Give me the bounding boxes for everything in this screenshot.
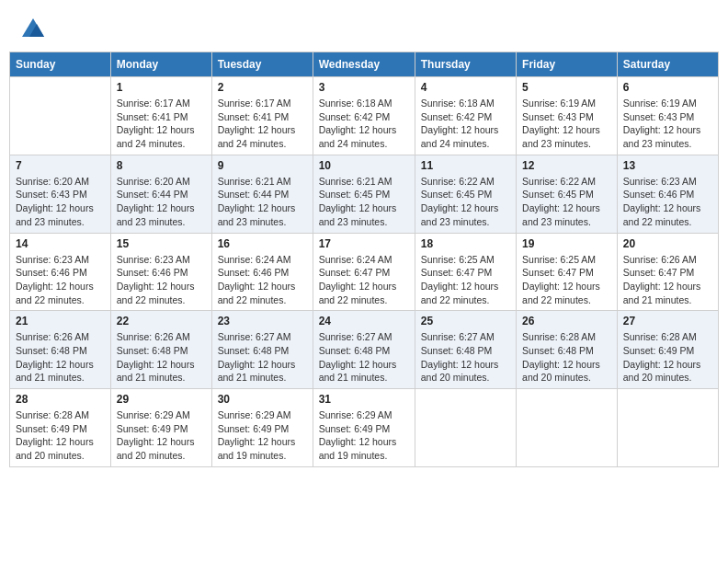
day-info: Sunrise: 6:29 AM Sunset: 6:49 PM Dayligh… (319, 408, 409, 463)
day-number: 11 (421, 159, 510, 172)
calendar-week-4: 21Sunrise: 6:26 AM Sunset: 6:48 PM Dayli… (10, 311, 719, 389)
logo-icon (20, 17, 46, 42)
calendar-cell: 2Sunrise: 6:17 AM Sunset: 6:41 PM Daylig… (211, 77, 313, 155)
calendar-cell: 26Sunrise: 6:28 AM Sunset: 6:48 PM Dayli… (517, 311, 618, 389)
day-info: Sunrise: 6:21 AM Sunset: 6:45 PM Dayligh… (319, 175, 409, 229)
calendar-cell (415, 389, 516, 467)
day-number: 2 (218, 81, 307, 94)
day-number: 20 (623, 237, 712, 250)
header-tuesday: Tuesday (211, 52, 313, 77)
calendar-table: SundayMondayTuesdayWednesdayThursdayFrid… (9, 52, 719, 467)
calendar-cell: 19Sunrise: 6:25 AM Sunset: 6:47 PM Dayli… (517, 233, 618, 311)
day-number: 22 (117, 315, 206, 327)
calendar-cell: 16Sunrise: 6:24 AM Sunset: 6:46 PM Dayli… (211, 233, 313, 311)
calendar-cell: 22Sunrise: 6:26 AM Sunset: 6:48 PM Dayli… (110, 311, 211, 389)
day-number: 28 (16, 393, 105, 406)
day-info: Sunrise: 6:27 AM Sunset: 6:48 PM Dayligh… (421, 330, 510, 385)
calendar-cell: 21Sunrise: 6:26 AM Sunset: 6:48 PM Dayli… (10, 311, 111, 389)
day-info: Sunrise: 6:18 AM Sunset: 6:42 PM Dayligh… (421, 97, 510, 151)
calendar-week-5: 28Sunrise: 6:28 AM Sunset: 6:49 PM Dayli… (10, 389, 719, 467)
day-info: Sunrise: 6:20 AM Sunset: 6:44 PM Dayligh… (117, 175, 206, 229)
day-number: 15 (117, 237, 206, 250)
day-number: 30 (218, 393, 307, 406)
day-number: 5 (522, 81, 611, 94)
day-info: Sunrise: 6:28 AM Sunset: 6:48 PM Dayligh… (522, 330, 611, 385)
day-number: 1 (117, 81, 206, 94)
day-number: 3 (319, 81, 409, 94)
day-number: 24 (319, 315, 409, 327)
day-info: Sunrise: 6:23 AM Sunset: 6:46 PM Dayligh… (117, 253, 206, 307)
day-info: Sunrise: 6:24 AM Sunset: 6:46 PM Dayligh… (218, 253, 307, 307)
day-info: Sunrise: 6:22 AM Sunset: 6:45 PM Dayligh… (522, 175, 611, 229)
calendar-cell: 13Sunrise: 6:23 AM Sunset: 6:46 PM Dayli… (617, 155, 718, 233)
calendar-cell: 18Sunrise: 6:25 AM Sunset: 6:47 PM Dayli… (415, 233, 516, 311)
calendar-week-3: 14Sunrise: 6:23 AM Sunset: 6:46 PM Dayli… (10, 233, 719, 311)
day-number: 6 (623, 81, 712, 94)
day-number: 19 (522, 237, 611, 250)
header-saturday: Saturday (617, 52, 718, 77)
day-number: 4 (421, 81, 510, 94)
day-number: 23 (218, 315, 307, 327)
calendar-cell: 15Sunrise: 6:23 AM Sunset: 6:46 PM Dayli… (110, 233, 211, 311)
day-number: 16 (218, 237, 307, 250)
day-number: 17 (319, 237, 409, 250)
day-info: Sunrise: 6:17 AM Sunset: 6:41 PM Dayligh… (218, 97, 307, 151)
day-number: 8 (117, 159, 206, 172)
calendar-cell: 30Sunrise: 6:29 AM Sunset: 6:49 PM Dayli… (211, 389, 313, 467)
page-header (9, 9, 719, 46)
calendar-cell: 20Sunrise: 6:26 AM Sunset: 6:47 PM Dayli… (617, 233, 718, 311)
day-info: Sunrise: 6:29 AM Sunset: 6:49 PM Dayligh… (218, 408, 307, 463)
day-info: Sunrise: 6:27 AM Sunset: 6:48 PM Dayligh… (319, 330, 409, 385)
calendar-cell: 29Sunrise: 6:29 AM Sunset: 6:49 PM Dayli… (110, 389, 211, 467)
header-monday: Monday (110, 52, 211, 77)
calendar-header-row: SundayMondayTuesdayWednesdayThursdayFrid… (10, 52, 719, 77)
day-info: Sunrise: 6:19 AM Sunset: 6:43 PM Dayligh… (623, 97, 712, 151)
day-number: 31 (319, 393, 409, 406)
header-thursday: Thursday (415, 52, 516, 77)
calendar-cell: 3Sunrise: 6:18 AM Sunset: 6:42 PM Daylig… (313, 77, 415, 155)
day-number: 18 (421, 237, 510, 250)
day-info: Sunrise: 6:25 AM Sunset: 6:47 PM Dayligh… (421, 253, 510, 307)
day-info: Sunrise: 6:26 AM Sunset: 6:47 PM Dayligh… (623, 253, 712, 307)
calendar-cell: 24Sunrise: 6:27 AM Sunset: 6:48 PM Dayli… (313, 311, 415, 389)
calendar-week-1: 1Sunrise: 6:17 AM Sunset: 6:41 PM Daylig… (10, 77, 719, 155)
day-info: Sunrise: 6:26 AM Sunset: 6:48 PM Dayligh… (117, 330, 206, 385)
calendar-cell (10, 77, 111, 155)
day-info: Sunrise: 6:24 AM Sunset: 6:47 PM Dayligh… (319, 253, 409, 307)
calendar-cell: 27Sunrise: 6:28 AM Sunset: 6:49 PM Dayli… (617, 311, 718, 389)
calendar-cell: 11Sunrise: 6:22 AM Sunset: 6:45 PM Dayli… (415, 155, 516, 233)
day-info: Sunrise: 6:21 AM Sunset: 6:44 PM Dayligh… (218, 175, 307, 229)
day-number: 13 (623, 159, 712, 172)
calendar-cell: 8Sunrise: 6:20 AM Sunset: 6:44 PM Daylig… (110, 155, 211, 233)
day-info: Sunrise: 6:29 AM Sunset: 6:49 PM Dayligh… (117, 408, 206, 463)
calendar-cell: 5Sunrise: 6:19 AM Sunset: 6:43 PM Daylig… (517, 77, 618, 155)
calendar-cell: 17Sunrise: 6:24 AM Sunset: 6:47 PM Dayli… (313, 233, 415, 311)
day-info: Sunrise: 6:20 AM Sunset: 6:43 PM Dayligh… (16, 175, 105, 229)
day-info: Sunrise: 6:26 AM Sunset: 6:48 PM Dayligh… (16, 330, 105, 385)
calendar-cell: 1Sunrise: 6:17 AM Sunset: 6:41 PM Daylig… (110, 77, 211, 155)
day-number: 26 (522, 315, 611, 327)
day-info: Sunrise: 6:25 AM Sunset: 6:47 PM Dayligh… (522, 253, 611, 307)
day-number: 12 (522, 159, 611, 172)
day-number: 10 (319, 159, 409, 172)
day-info: Sunrise: 6:22 AM Sunset: 6:45 PM Dayligh… (421, 175, 510, 229)
day-info: Sunrise: 6:18 AM Sunset: 6:42 PM Dayligh… (319, 97, 409, 151)
day-info: Sunrise: 6:27 AM Sunset: 6:48 PM Dayligh… (218, 330, 307, 385)
day-info: Sunrise: 6:28 AM Sunset: 6:49 PM Dayligh… (623, 330, 712, 385)
calendar-cell: 6Sunrise: 6:19 AM Sunset: 6:43 PM Daylig… (617, 77, 718, 155)
header-sunday: Sunday (10, 52, 111, 77)
header-wednesday: Wednesday (313, 52, 415, 77)
day-info: Sunrise: 6:23 AM Sunset: 6:46 PM Dayligh… (16, 253, 105, 307)
calendar-week-2: 7Sunrise: 6:20 AM Sunset: 6:43 PM Daylig… (10, 155, 719, 233)
day-number: 9 (218, 159, 307, 172)
calendar-cell: 28Sunrise: 6:28 AM Sunset: 6:49 PM Dayli… (10, 389, 111, 467)
calendar-cell (617, 389, 718, 467)
calendar-cell (517, 389, 618, 467)
day-info: Sunrise: 6:28 AM Sunset: 6:49 PM Dayligh… (16, 408, 105, 463)
day-number: 21 (16, 315, 105, 327)
day-info: Sunrise: 6:23 AM Sunset: 6:46 PM Dayligh… (623, 175, 712, 229)
calendar-cell: 23Sunrise: 6:27 AM Sunset: 6:48 PM Dayli… (211, 311, 313, 389)
day-info: Sunrise: 6:19 AM Sunset: 6:43 PM Dayligh… (522, 97, 611, 151)
day-number: 14 (16, 237, 105, 250)
calendar-cell: 10Sunrise: 6:21 AM Sunset: 6:45 PM Dayli… (313, 155, 415, 233)
